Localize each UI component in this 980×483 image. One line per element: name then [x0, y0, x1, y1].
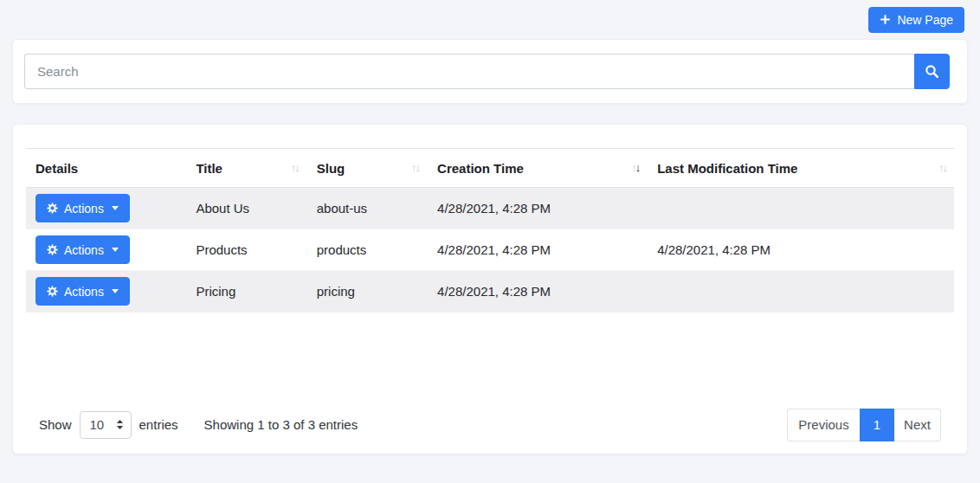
gear-icon [47, 286, 58, 297]
search-icon [925, 64, 939, 79]
pages-table-card: Details Title ↑↓ Slug ↑↓ Creation Time ↑… [12, 124, 968, 454]
actions-label: Actions [64, 285, 104, 299]
column-label: Slug [317, 161, 345, 176]
entries-label: entries [139, 417, 178, 432]
title-cell: About Us [185, 188, 306, 229]
column-header-creation-time[interactable]: Creation Time ↑↓ [427, 149, 647, 188]
column-label: Last Modification Time [657, 161, 797, 176]
title-cell: Products [185, 229, 306, 271]
table-header-row: Details Title ↑↓ Slug ↑↓ Creation Time ↑… [26, 149, 954, 188]
entries-info: Showing 1 to 3 of 3 entries [204, 417, 358, 432]
sort-icons: ↑↓ [938, 161, 948, 174]
pagination-page-1[interactable]: 1 [860, 409, 894, 441]
table-row: Actions Pricing pricing 4/28/2021, 4:28 … [26, 271, 954, 312]
new-page-label: New Page [897, 13, 953, 27]
column-label: Details [35, 161, 78, 176]
table-empty-space [26, 312, 954, 409]
column-header-last-modification-time[interactable]: Last Modification Time ↑↓ [647, 149, 954, 188]
slug-cell: products [306, 229, 427, 271]
slug-cell: pricing [306, 271, 427, 312]
actions-dropdown-button[interactable]: Actions [35, 194, 130, 222]
details-cell: Actions [26, 229, 185, 271]
top-bar: New Page [0, 0, 980, 39]
actions-dropdown-button[interactable]: Actions [35, 277, 130, 306]
actions-dropdown-button[interactable]: Actions [35, 235, 130, 264]
column-header-details: Details [26, 149, 185, 188]
table-row: Actions About Us about-us 4/28/2021, 4:2… [26, 188, 954, 229]
select-arrows-icon [116, 419, 124, 430]
sort-icons: ↑↓ [291, 161, 300, 174]
pagination: Previous 1 Next [787, 409, 941, 441]
page-length-control: Show 10 entries [39, 411, 178, 439]
creation-time-cell: 4/28/2021, 4:28 PM [427, 229, 647, 271]
gear-icon [47, 244, 58, 255]
search-input-group [24, 54, 950, 89]
column-header-title[interactable]: Title ↑↓ [185, 149, 306, 188]
sort-icons: ↑↓ [631, 161, 641, 174]
column-label: Title [196, 161, 222, 176]
chevron-down-icon [112, 289, 119, 293]
show-label: Show [39, 417, 72, 432]
search-button[interactable] [914, 54, 950, 89]
search-input[interactable] [24, 54, 914, 89]
last-modification-time-cell [647, 188, 954, 229]
details-cell: Actions [26, 271, 185, 312]
pagination-next[interactable]: Next [894, 409, 941, 441]
sort-icons: ↑↓ [411, 161, 421, 174]
new-page-button[interactable]: New Page [868, 7, 964, 33]
pagination-previous[interactable]: Previous [787, 409, 860, 441]
creation-time-cell: 4/28/2021, 4:28 PM [427, 188, 647, 229]
chevron-down-icon [112, 248, 119, 252]
last-modification-time-cell: 4/28/2021, 4:28 PM [647, 229, 954, 271]
actions-label: Actions [64, 243, 104, 257]
plus-icon [880, 14, 891, 25]
page-size-value: 10 [90, 417, 105, 432]
chevron-down-icon [112, 206, 119, 210]
actions-label: Actions [64, 202, 104, 216]
table-footer: Show 10 entries Showing 1 to 3 of 3 entr… [26, 409, 954, 441]
column-header-slug[interactable]: Slug ↑↓ [306, 149, 427, 188]
slug-cell: about-us [306, 188, 427, 229]
details-cell: Actions [26, 188, 185, 229]
creation-time-cell: 4/28/2021, 4:28 PM [427, 271, 647, 312]
table-row: Actions Products products 4/28/2021, 4:2… [26, 229, 954, 271]
gear-icon [47, 203, 58, 214]
pages-table: Details Title ↑↓ Slug ↑↓ Creation Time ↑… [26, 148, 954, 312]
page-size-select[interactable]: 10 [80, 411, 132, 439]
column-label: Creation Time [437, 161, 524, 176]
title-cell: Pricing [185, 271, 306, 312]
last-modification-time-cell [647, 271, 954, 312]
search-card [12, 39, 968, 104]
